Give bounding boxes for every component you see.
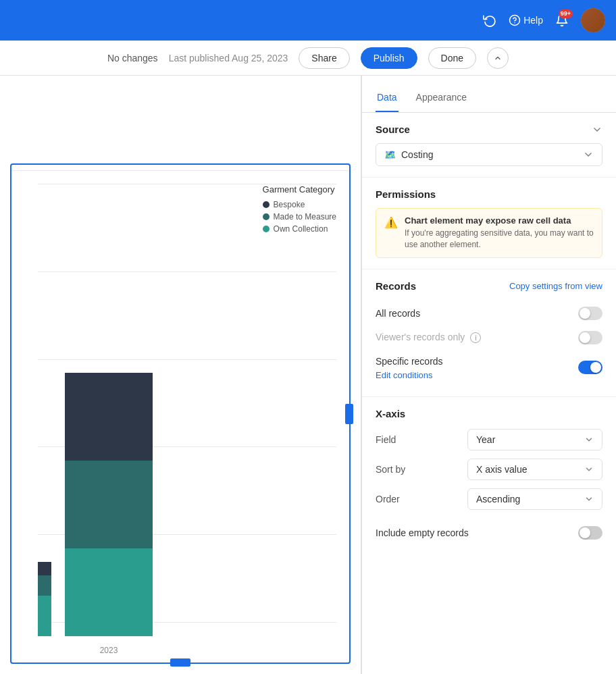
all-records-label: All records	[376, 308, 420, 319]
permissions-section: Permissions ⚠️ Chart element may expose …	[362, 178, 616, 269]
field-dropdown[interactable]: Year	[467, 429, 602, 450]
field-chevron-icon	[584, 435, 594, 444]
specific-records-row: Specific records Edit conditions	[376, 350, 602, 386]
field-row: Field Year	[376, 429, 602, 450]
main-layout: Garment Category Bespoke Made to Measure…	[0, 76, 616, 674]
actionbar: No changes Last published Aug 25, 2023 S…	[0, 41, 616, 76]
source-section-header: Source	[376, 124, 602, 135]
tabs: Data Appearance	[362, 76, 616, 113]
publish-button[interactable]: Publish	[361, 47, 417, 69]
bar-x-label: 2023	[100, 646, 118, 655]
warning-desc: If you're aggregating sensitive data, yo…	[405, 228, 594, 251]
specific-records-label: Specific records	[376, 356, 443, 367]
records-section: Records Copy settings from view All reco…	[362, 269, 616, 397]
history-icon[interactable]	[479, 9, 500, 31]
source-dropdown[interactable]: 🗺️ Costing	[376, 143, 602, 166]
viewers-records-row: Viewer's records only i	[376, 326, 602, 350]
all-records-toggle[interactable]	[578, 307, 602, 320]
records-title: Records	[376, 280, 416, 292]
help-button[interactable]: Help	[509, 14, 543, 26]
warning-icon: ⚠️	[384, 216, 398, 251]
order-chevron-icon	[584, 494, 594, 504]
edit-conditions-link[interactable]: Edit conditions	[376, 370, 443, 380]
permissions-warning: ⚠️ Chart element may expose raw cell dat…	[376, 208, 602, 258]
settings-panel: Data Appearance Source 🗺️ Costing	[361, 76, 616, 674]
field-value: Year	[476, 434, 495, 445]
all-records-row: All records	[376, 301, 602, 326]
help-label: Help	[523, 15, 543, 26]
include-empty-toggle[interactable]	[578, 526, 602, 540]
order-value: Ascending	[476, 494, 520, 504]
permissions-title: Permissions	[376, 188, 602, 200]
sort-dropdown[interactable]: X axis value	[467, 459, 602, 480]
xaxis-section: X-axis Field Year Sort by X axis value	[362, 397, 616, 559]
specific-records-toggle[interactable]	[578, 361, 602, 374]
sort-value: X axis value	[476, 464, 527, 475]
notification-button[interactable]: 99+	[551, 9, 573, 31]
order-dropdown[interactable]: Ascending	[467, 488, 602, 510]
viewers-records-toggle[interactable]	[578, 331, 602, 344]
tab-data[interactable]: Data	[376, 86, 399, 112]
field-label: Field	[376, 434, 430, 445]
notification-badge: 99+	[559, 9, 573, 18]
include-empty-label: Include empty records	[376, 527, 469, 538]
legend-title: Garment Category	[263, 184, 336, 195]
sort-label: Sort by	[376, 464, 430, 475]
topbar: Help 99+	[0, 0, 616, 41]
source-emoji: 🗺️	[384, 149, 396, 160]
order-label: Order	[376, 494, 430, 504]
sort-chevron-icon	[584, 465, 594, 474]
order-row: Order Ascending	[376, 488, 602, 510]
collapse-button[interactable]	[487, 47, 509, 69]
viewers-records-label: Viewer's records only i	[376, 332, 481, 344]
xaxis-title: X-axis	[376, 408, 602, 419]
source-section: Source 🗺️ Costing	[362, 113, 616, 178]
avatar[interactable]	[581, 8, 605, 32]
records-header: Records Copy settings from view	[376, 280, 602, 292]
include-empty-row: Include empty records	[376, 518, 602, 548]
copy-settings-link[interactable]: Copy settings from view	[509, 281, 602, 291]
last-published-label: Last published Aug 25, 2023	[169, 53, 288, 63]
tab-appearance[interactable]: Appearance	[415, 86, 469, 112]
source-chevron-icon[interactable]	[592, 124, 602, 135]
sort-row: Sort by X axis value	[376, 459, 602, 480]
share-button[interactable]: Share	[299, 47, 349, 69]
chart-panel: Garment Category Bespoke Made to Measure…	[0, 76, 361, 674]
warning-title: Chart element may expose raw cell data	[405, 215, 594, 226]
done-button[interactable]: Done	[428, 47, 476, 69]
source-title: Source	[376, 124, 410, 135]
no-changes-label: No changes	[107, 53, 158, 63]
viewers-info-icon[interactable]: i	[470, 332, 481, 343]
source-dropdown-chevron	[583, 149, 594, 160]
source-value: Costing	[401, 149, 433, 160]
